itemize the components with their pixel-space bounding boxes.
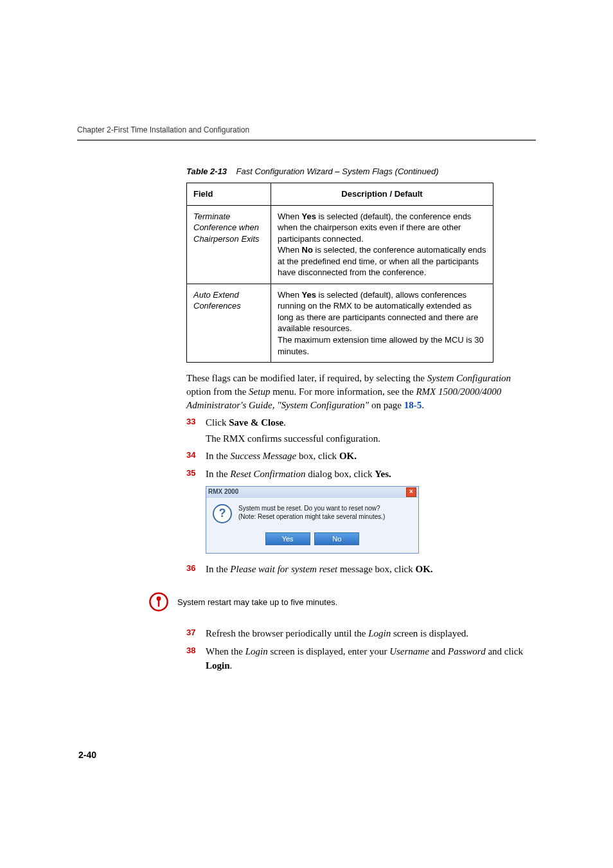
cell-desc: When Yes is selected (default), allows c… — [271, 284, 493, 362]
close-icon[interactable]: × — [406, 487, 416, 497]
yes-button[interactable]: Yes — [265, 532, 310, 545]
step-35: 35 In the Reset Confirmation dialog box,… — [186, 467, 536, 554]
reset-dialog: RMX 2000 × ? System must be reset. Do yo… — [206, 486, 419, 554]
step-number: 36 — [186, 563, 195, 575]
no-button[interactable]: No — [314, 532, 359, 545]
step-number: 34 — [186, 449, 195, 462]
dialog-message: System must be reset. Do you want to res… — [238, 504, 385, 523]
step-number: 35 — [186, 467, 195, 480]
cell-desc: When Yes is selected (default), the conf… — [271, 205, 493, 284]
table-row: Auto Extend Conferences When Yes is sele… — [187, 284, 493, 362]
table-caption-title: Fast Configuration Wizard – System Flags… — [236, 167, 439, 176]
page-ref-link[interactable]: 18-5 — [404, 400, 422, 410]
step-number: 38 — [186, 645, 195, 657]
step-number: 33 — [186, 416, 195, 428]
step-33: 33 Click Save & Close. The RMX confirms … — [186, 416, 536, 446]
dialog-title-text: RMX 2000 — [208, 487, 238, 497]
cell-field: Auto Extend Conferences — [187, 284, 271, 362]
note-text: System restart may take up to five minut… — [177, 597, 337, 607]
table-row: Terminate Conference when Chairperson Ex… — [187, 205, 493, 284]
cell-field: Terminate Conference when Chairperson Ex… — [187, 205, 271, 284]
step-37: 37 Refresh the browser periodically unti… — [186, 627, 536, 641]
th-desc: Description / Default — [271, 183, 493, 206]
step-33-sub: The RMX confirms successful configuratio… — [206, 432, 536, 446]
table-caption-label: Table 2-13 — [186, 167, 227, 176]
dialog-titlebar: RMX 2000 × — [206, 487, 418, 498]
table-caption: Table 2-13 Fast Configuration Wizard – S… — [186, 167, 536, 176]
svg-rect-2 — [158, 601, 160, 607]
page-number: 2-40 — [78, 750, 96, 760]
step-36: 36 In the Please wait for system reset m… — [186, 563, 536, 577]
th-field: Field — [187, 183, 271, 206]
page-header: Chapter 2-First Time Installation and Co… — [77, 0, 536, 141]
intro-paragraph: These flags can be modified later, if re… — [186, 372, 536, 412]
step-34: 34 In the Success Message box, click OK. — [186, 449, 536, 464]
step-38: 38 When the Login screen is displayed, e… — [186, 645, 536, 673]
question-icon: ? — [213, 504, 232, 523]
note-icon — [148, 591, 170, 613]
step-number: 37 — [186, 627, 195, 639]
svg-point-1 — [157, 597, 161, 601]
system-flags-table: Field Description / Default Terminate Co… — [186, 183, 493, 363]
